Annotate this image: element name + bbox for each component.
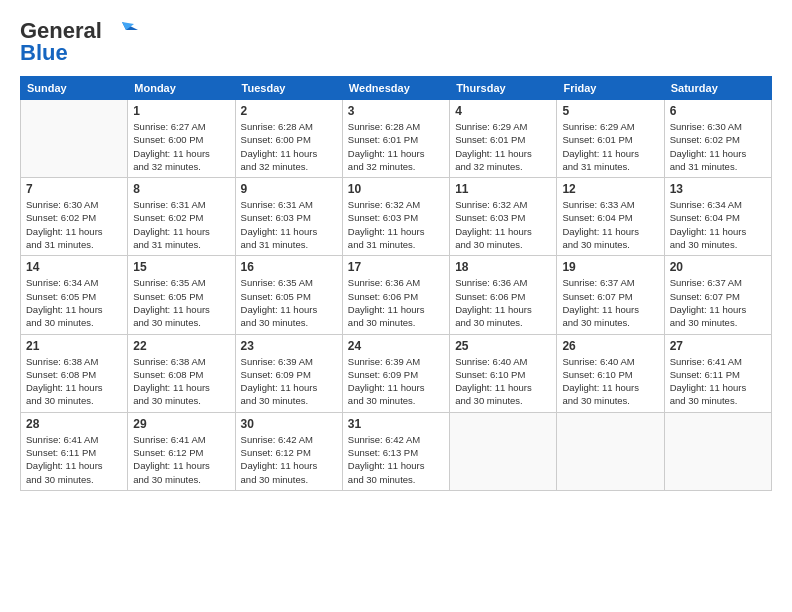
calendar-cell: 25Sunrise: 6:40 AM Sunset: 6:10 PM Dayli… bbox=[450, 334, 557, 412]
day-number: 21 bbox=[26, 339, 122, 353]
day-info: Sunrise: 6:36 AM Sunset: 6:06 PM Dayligh… bbox=[348, 276, 444, 329]
calendar-cell: 20Sunrise: 6:37 AM Sunset: 6:07 PM Dayli… bbox=[664, 256, 771, 334]
day-number: 29 bbox=[133, 417, 229, 431]
day-info: Sunrise: 6:30 AM Sunset: 6:02 PM Dayligh… bbox=[670, 120, 766, 173]
calendar-cell: 15Sunrise: 6:35 AM Sunset: 6:05 PM Dayli… bbox=[128, 256, 235, 334]
calendar-cell: 24Sunrise: 6:39 AM Sunset: 6:09 PM Dayli… bbox=[342, 334, 449, 412]
col-header-sunday: Sunday bbox=[21, 77, 128, 100]
day-info: Sunrise: 6:35 AM Sunset: 6:05 PM Dayligh… bbox=[241, 276, 337, 329]
calendar-cell: 7Sunrise: 6:30 AM Sunset: 6:02 PM Daylig… bbox=[21, 178, 128, 256]
calendar-cell: 8Sunrise: 6:31 AM Sunset: 6:02 PM Daylig… bbox=[128, 178, 235, 256]
day-info: Sunrise: 6:36 AM Sunset: 6:06 PM Dayligh… bbox=[455, 276, 551, 329]
day-info: Sunrise: 6:41 AM Sunset: 6:11 PM Dayligh… bbox=[670, 355, 766, 408]
calendar-cell: 18Sunrise: 6:36 AM Sunset: 6:06 PM Dayli… bbox=[450, 256, 557, 334]
day-info: Sunrise: 6:29 AM Sunset: 6:01 PM Dayligh… bbox=[562, 120, 658, 173]
calendar: SundayMondayTuesdayWednesdayThursdayFrid… bbox=[20, 76, 772, 491]
day-info: Sunrise: 6:31 AM Sunset: 6:03 PM Dayligh… bbox=[241, 198, 337, 251]
day-number: 17 bbox=[348, 260, 444, 274]
col-header-friday: Friday bbox=[557, 77, 664, 100]
calendar-cell: 1Sunrise: 6:27 AM Sunset: 6:00 PM Daylig… bbox=[128, 100, 235, 178]
day-number: 19 bbox=[562, 260, 658, 274]
calendar-cell: 16Sunrise: 6:35 AM Sunset: 6:05 PM Dayli… bbox=[235, 256, 342, 334]
day-number: 10 bbox=[348, 182, 444, 196]
day-info: Sunrise: 6:37 AM Sunset: 6:07 PM Dayligh… bbox=[670, 276, 766, 329]
day-number: 31 bbox=[348, 417, 444, 431]
calendar-header-row: SundayMondayTuesdayWednesdayThursdayFrid… bbox=[21, 77, 772, 100]
calendar-cell: 2Sunrise: 6:28 AM Sunset: 6:00 PM Daylig… bbox=[235, 100, 342, 178]
calendar-cell: 6Sunrise: 6:30 AM Sunset: 6:02 PM Daylig… bbox=[664, 100, 771, 178]
day-number: 7 bbox=[26, 182, 122, 196]
day-number: 30 bbox=[241, 417, 337, 431]
calendar-cell: 17Sunrise: 6:36 AM Sunset: 6:06 PM Dayli… bbox=[342, 256, 449, 334]
day-info: Sunrise: 6:27 AM Sunset: 6:00 PM Dayligh… bbox=[133, 120, 229, 173]
logo: General Blue bbox=[20, 18, 138, 66]
week-row-5: 28Sunrise: 6:41 AM Sunset: 6:11 PM Dayli… bbox=[21, 412, 772, 490]
calendar-cell: 30Sunrise: 6:42 AM Sunset: 6:12 PM Dayli… bbox=[235, 412, 342, 490]
col-header-thursday: Thursday bbox=[450, 77, 557, 100]
day-number: 6 bbox=[670, 104, 766, 118]
day-number: 18 bbox=[455, 260, 551, 274]
day-info: Sunrise: 6:39 AM Sunset: 6:09 PM Dayligh… bbox=[241, 355, 337, 408]
day-info: Sunrise: 6:40 AM Sunset: 6:10 PM Dayligh… bbox=[562, 355, 658, 408]
day-number: 3 bbox=[348, 104, 444, 118]
day-info: Sunrise: 6:34 AM Sunset: 6:05 PM Dayligh… bbox=[26, 276, 122, 329]
calendar-cell: 9Sunrise: 6:31 AM Sunset: 6:03 PM Daylig… bbox=[235, 178, 342, 256]
day-number: 26 bbox=[562, 339, 658, 353]
calendar-cell bbox=[21, 100, 128, 178]
day-number: 25 bbox=[455, 339, 551, 353]
calendar-cell: 10Sunrise: 6:32 AM Sunset: 6:03 PM Dayli… bbox=[342, 178, 449, 256]
calendar-cell bbox=[557, 412, 664, 490]
day-number: 20 bbox=[670, 260, 766, 274]
col-header-tuesday: Tuesday bbox=[235, 77, 342, 100]
day-number: 4 bbox=[455, 104, 551, 118]
calendar-cell: 14Sunrise: 6:34 AM Sunset: 6:05 PM Dayli… bbox=[21, 256, 128, 334]
day-number: 13 bbox=[670, 182, 766, 196]
calendar-cell bbox=[450, 412, 557, 490]
calendar-cell: 22Sunrise: 6:38 AM Sunset: 6:08 PM Dayli… bbox=[128, 334, 235, 412]
week-row-1: 1Sunrise: 6:27 AM Sunset: 6:00 PM Daylig… bbox=[21, 100, 772, 178]
day-info: Sunrise: 6:33 AM Sunset: 6:04 PM Dayligh… bbox=[562, 198, 658, 251]
day-info: Sunrise: 6:28 AM Sunset: 6:00 PM Dayligh… bbox=[241, 120, 337, 173]
calendar-cell: 27Sunrise: 6:41 AM Sunset: 6:11 PM Dayli… bbox=[664, 334, 771, 412]
col-header-wednesday: Wednesday bbox=[342, 77, 449, 100]
day-info: Sunrise: 6:38 AM Sunset: 6:08 PM Dayligh… bbox=[133, 355, 229, 408]
day-info: Sunrise: 6:41 AM Sunset: 6:11 PM Dayligh… bbox=[26, 433, 122, 486]
logo-bird-icon bbox=[106, 20, 138, 42]
calendar-cell: 29Sunrise: 6:41 AM Sunset: 6:12 PM Dayli… bbox=[128, 412, 235, 490]
calendar-cell: 11Sunrise: 6:32 AM Sunset: 6:03 PM Dayli… bbox=[450, 178, 557, 256]
col-header-monday: Monday bbox=[128, 77, 235, 100]
day-info: Sunrise: 6:32 AM Sunset: 6:03 PM Dayligh… bbox=[348, 198, 444, 251]
day-number: 16 bbox=[241, 260, 337, 274]
day-info: Sunrise: 6:42 AM Sunset: 6:13 PM Dayligh… bbox=[348, 433, 444, 486]
day-number: 15 bbox=[133, 260, 229, 274]
day-number: 23 bbox=[241, 339, 337, 353]
calendar-cell: 5Sunrise: 6:29 AM Sunset: 6:01 PM Daylig… bbox=[557, 100, 664, 178]
day-number: 14 bbox=[26, 260, 122, 274]
calendar-cell bbox=[664, 412, 771, 490]
week-row-3: 14Sunrise: 6:34 AM Sunset: 6:05 PM Dayli… bbox=[21, 256, 772, 334]
calendar-cell: 31Sunrise: 6:42 AM Sunset: 6:13 PM Dayli… bbox=[342, 412, 449, 490]
day-info: Sunrise: 6:29 AM Sunset: 6:01 PM Dayligh… bbox=[455, 120, 551, 173]
header: General Blue bbox=[20, 18, 772, 66]
day-info: Sunrise: 6:39 AM Sunset: 6:09 PM Dayligh… bbox=[348, 355, 444, 408]
day-number: 27 bbox=[670, 339, 766, 353]
day-number: 24 bbox=[348, 339, 444, 353]
day-info: Sunrise: 6:42 AM Sunset: 6:12 PM Dayligh… bbox=[241, 433, 337, 486]
day-info: Sunrise: 6:28 AM Sunset: 6:01 PM Dayligh… bbox=[348, 120, 444, 173]
day-number: 2 bbox=[241, 104, 337, 118]
calendar-cell: 21Sunrise: 6:38 AM Sunset: 6:08 PM Dayli… bbox=[21, 334, 128, 412]
day-number: 1 bbox=[133, 104, 229, 118]
day-number: 12 bbox=[562, 182, 658, 196]
logo-blue-text: Blue bbox=[20, 40, 68, 66]
week-row-2: 7Sunrise: 6:30 AM Sunset: 6:02 PM Daylig… bbox=[21, 178, 772, 256]
calendar-cell: 19Sunrise: 6:37 AM Sunset: 6:07 PM Dayli… bbox=[557, 256, 664, 334]
day-info: Sunrise: 6:34 AM Sunset: 6:04 PM Dayligh… bbox=[670, 198, 766, 251]
calendar-cell: 3Sunrise: 6:28 AM Sunset: 6:01 PM Daylig… bbox=[342, 100, 449, 178]
day-number: 9 bbox=[241, 182, 337, 196]
calendar-cell: 23Sunrise: 6:39 AM Sunset: 6:09 PM Dayli… bbox=[235, 334, 342, 412]
day-number: 28 bbox=[26, 417, 122, 431]
calendar-cell: 28Sunrise: 6:41 AM Sunset: 6:11 PM Dayli… bbox=[21, 412, 128, 490]
calendar-cell: 26Sunrise: 6:40 AM Sunset: 6:10 PM Dayli… bbox=[557, 334, 664, 412]
day-number: 8 bbox=[133, 182, 229, 196]
day-number: 22 bbox=[133, 339, 229, 353]
